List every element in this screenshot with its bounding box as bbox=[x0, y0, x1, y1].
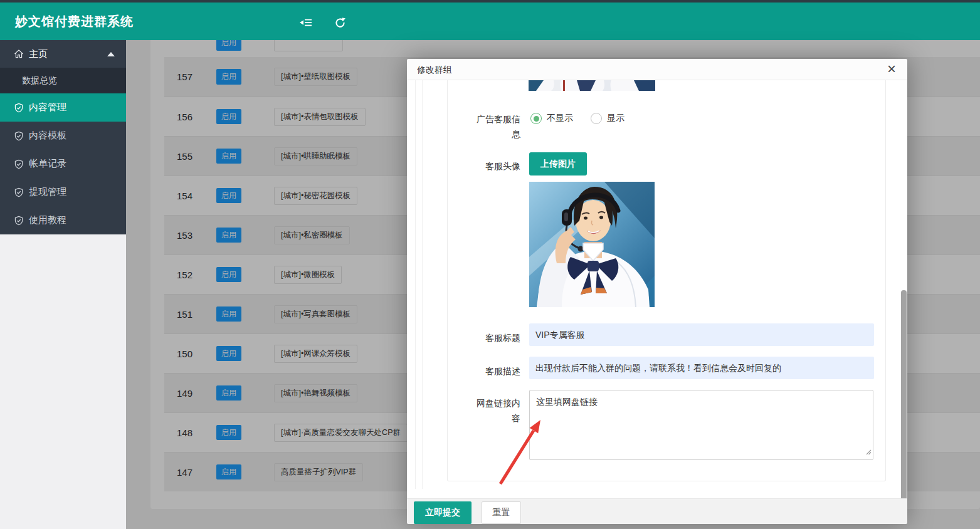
modal-body: 广告客服信息 不显示 显示 客服头像 上传图片 bbox=[407, 80, 907, 498]
header-bar: 妙文馆付费进群系统 bbox=[0, 3, 980, 40]
radio-show[interactable] bbox=[591, 113, 602, 124]
sidebar-item-label: 提现管理 bbox=[29, 186, 66, 198]
resize-grip-icon[interactable] bbox=[865, 446, 872, 458]
upload-image-button[interactable]: 上传图片 bbox=[529, 152, 587, 175]
sidebar-item-tutorial[interactable]: 使用教程 bbox=[0, 206, 126, 234]
close-icon[interactable]: × bbox=[883, 60, 900, 78]
modal-footer: 立即提交 重置 bbox=[407, 498, 907, 524]
shield-check-icon bbox=[14, 187, 24, 197]
sidebar: 主页 数据总览 内容管理 内容模板 bbox=[0, 40, 126, 529]
edit-group-modal: 修改群组 × 广告客服信息 bbox=[407, 59, 907, 524]
collapse-sidebar-icon[interactable] bbox=[298, 15, 313, 30]
sidebar-item-label: 数据总览 bbox=[22, 75, 57, 86]
group-avatar-image-bottom-sliver bbox=[529, 80, 655, 91]
modal-header: 修改群组 × bbox=[407, 59, 907, 80]
sidebar-item-label: 帐单记录 bbox=[29, 158, 66, 170]
netdisk-label: 网盘链接内容 bbox=[470, 395, 520, 426]
radio-show-label[interactable]: 显示 bbox=[607, 113, 624, 124]
refresh-icon[interactable] bbox=[332, 15, 347, 30]
chevron-up-icon bbox=[107, 52, 115, 56]
sidebar-item-label: 使用教程 bbox=[29, 214, 66, 226]
sidebar-item-bill-records[interactable]: 帐单记录 bbox=[0, 150, 126, 178]
shield-check-icon bbox=[14, 216, 24, 226]
ad-service-label: 广告客服信息 bbox=[470, 112, 520, 142]
home-icon bbox=[14, 49, 24, 59]
netdisk-textarea[interactable]: 这里填网盘链接 bbox=[529, 390, 873, 460]
sidebar-item-label: 内容模板 bbox=[29, 130, 66, 142]
service-title-label: 客服标题 bbox=[470, 330, 520, 345]
netdisk-text: 这里填网盘链接 bbox=[536, 397, 598, 407]
shield-check-icon bbox=[14, 159, 24, 169]
sidebar-item-data-overview[interactable]: 数据总览 bbox=[0, 68, 126, 93]
sidebar-item-withdraw-manage[interactable]: 提现管理 bbox=[0, 178, 126, 206]
window-top-strip bbox=[0, 0, 980, 3]
reset-button[interactable]: 重置 bbox=[482, 501, 521, 524]
ad-service-radio-group: 不显示 显示 bbox=[530, 113, 624, 124]
shield-check-icon bbox=[14, 131, 24, 141]
shield-check-icon bbox=[14, 103, 24, 113]
panel-border-line bbox=[422, 80, 423, 489]
sidebar-item-label: 内容管理 bbox=[29, 102, 66, 113]
app-title: 妙文馆付费进群系统 bbox=[15, 13, 134, 30]
page: 妙文馆付费进群系统 主页 bbox=[0, 0, 980, 529]
service-avatar-image bbox=[529, 182, 655, 307]
modal-scrollbar-thumb[interactable] bbox=[901, 290, 907, 518]
sidebar-item-label: 主页 bbox=[29, 48, 48, 60]
service-avatar-label: 客服头像 bbox=[470, 159, 520, 174]
submit-button[interactable]: 立即提交 bbox=[414, 501, 472, 524]
modal-title: 修改群组 bbox=[417, 65, 452, 76]
service-desc-input[interactable]: 出现付款后不能入群的问题，请联系我！看到信息会及时回复的 bbox=[529, 357, 874, 379]
sidebar-item-content-manage[interactable]: 内容管理 bbox=[0, 93, 126, 122]
panel-border-line bbox=[415, 80, 416, 489]
sidebar-item-home[interactable]: 主页 bbox=[0, 40, 126, 68]
radio-hide[interactable] bbox=[530, 113, 542, 124]
radio-hide-label[interactable]: 不显示 bbox=[547, 113, 573, 124]
sidebar-item-content-template[interactable]: 内容模板 bbox=[0, 122, 126, 150]
service-title-input[interactable]: VIP专属客服 bbox=[529, 323, 874, 346]
service-desc-label: 客服描述 bbox=[470, 364, 520, 379]
